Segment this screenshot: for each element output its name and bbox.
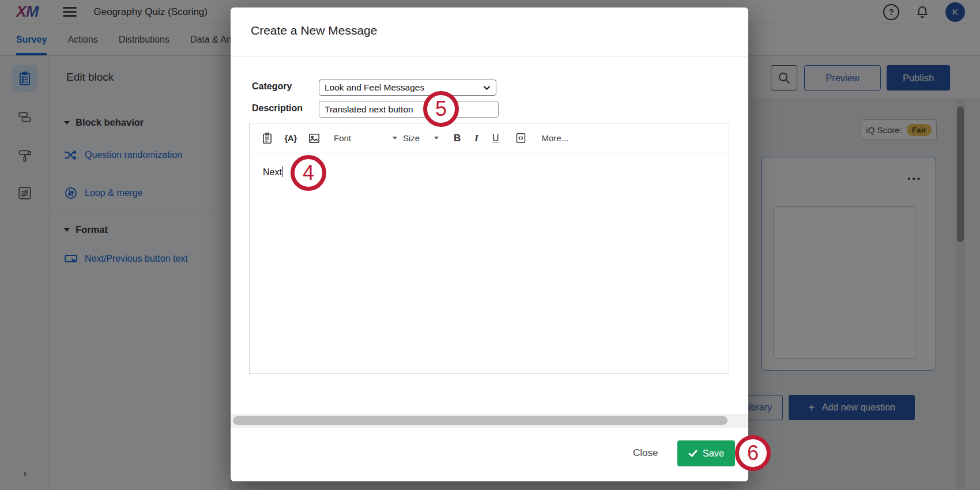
category-label: Category xyxy=(252,81,292,92)
editor-text-area[interactable]: Next xyxy=(250,153,729,373)
modal-title: Create a New Message xyxy=(251,24,377,37)
paste-clipboard-icon[interactable] xyxy=(260,131,274,145)
caret-down-icon xyxy=(434,137,439,140)
create-message-modal: Create a New Message Category Look and F… xyxy=(231,7,748,481)
rte-toolbar: {A} Font Size B I U xyxy=(250,123,729,153)
category-select[interactable]: Look and Feel Messages xyxy=(319,80,496,96)
italic-button[interactable]: I xyxy=(474,133,478,144)
qualtrics-survey-editor: XM Geography Quiz (Scoring) ? K Survey A… xyxy=(0,0,980,490)
step-circle-6: 6 xyxy=(735,435,771,471)
modal-hscrollbar-track[interactable] xyxy=(231,414,748,428)
description-input[interactable] xyxy=(319,101,499,118)
insert-image-icon[interactable] xyxy=(307,131,321,145)
text-cursor xyxy=(282,166,284,177)
more-button[interactable]: More... xyxy=(541,133,568,143)
checkmark-icon xyxy=(688,450,698,457)
modal-hscrollbar-thumb[interactable] xyxy=(233,416,728,425)
caret-down-icon xyxy=(393,137,397,140)
underline-button[interactable]: U xyxy=(492,133,499,144)
piped-text-icon[interactable]: {A} xyxy=(284,131,297,145)
save-button[interactable]: Save xyxy=(677,440,735,466)
close-button[interactable]: Close xyxy=(633,447,658,459)
size-dropdown[interactable]: Size xyxy=(403,133,439,143)
modal-header-divider xyxy=(231,56,748,57)
source-code-icon[interactable] xyxy=(514,131,527,145)
editor-text: Next xyxy=(263,167,282,177)
bold-button[interactable]: B xyxy=(454,133,461,144)
chevron-down-icon xyxy=(483,85,491,91)
step-circle-4: 4 xyxy=(291,155,326,191)
step-circle-5: 5 xyxy=(423,91,459,127)
description-label: Description xyxy=(252,103,303,114)
font-dropdown[interactable]: Font xyxy=(334,133,397,143)
